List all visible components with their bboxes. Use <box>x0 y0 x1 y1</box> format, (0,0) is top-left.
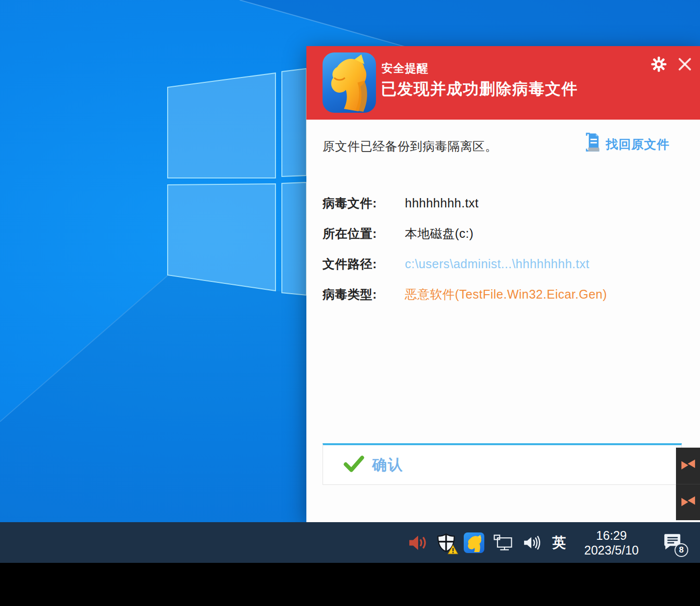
detail-value-file-path: c:\users\administ...\hhhhhhhh.txt <box>405 257 589 271</box>
system-tray: 英 16:29 2023/5/10 8 <box>408 522 682 563</box>
dialog-app-label: 安全提醒 <box>381 61 428 76</box>
detail-row: 所在位置: 本地磁盘(c:) <box>323 218 685 249</box>
detail-value: hhhhhhhh.txt <box>405 196 479 210</box>
warning-triangle-icon <box>448 545 458 555</box>
duba-leopard-icon <box>323 52 376 113</box>
taskbar-clock[interactable]: 16:29 2023/5/10 <box>584 528 639 557</box>
virus-details: 病毒文件: hhhhhhhh.txt 所在位置: 本地磁盘(c:) 文件路径: … <box>323 188 685 309</box>
check-icon <box>344 455 364 475</box>
restore-document-icon <box>584 132 602 156</box>
detail-label: 病毒文件: <box>323 195 405 211</box>
dialog-header: 安全提醒 已发现并成功删除病毒文件 <box>306 46 700 120</box>
detail-label: 病毒类型: <box>323 286 405 303</box>
dialog-title: 已发现并成功删除病毒文件 <box>381 78 578 100</box>
network-icon[interactable] <box>493 533 514 552</box>
notification-count-badge: 8 <box>675 543 688 557</box>
bigant-icon <box>680 494 696 511</box>
clock-date: 2023/5/10 <box>584 543 639 557</box>
detail-label: 文件路径: <box>323 256 405 272</box>
audio-alert-icon[interactable] <box>408 534 428 552</box>
volume-icon[interactable] <box>523 534 542 552</box>
input-language-indicator[interactable]: 英 <box>550 533 568 552</box>
settings-gear-icon[interactable] <box>651 56 667 72</box>
confirm-button-label: 确认 <box>372 455 403 475</box>
security-alert-dialog: 安全提醒 已发现并成功删除病毒文件 <box>306 46 700 522</box>
notification-center-button[interactable]: 8 <box>662 532 682 553</box>
detail-value: 本地磁盘(c:) <box>405 226 474 242</box>
messenger-shortcut-button[interactable] <box>676 448 700 484</box>
taskbar: 英 16:29 2023/5/10 8 <box>0 522 700 563</box>
side-shortcut-stack <box>676 448 700 520</box>
detail-row: 病毒文件: hhhhhhhh.txt <box>323 188 685 218</box>
detail-label: 所在位置: <box>323 226 405 242</box>
duba-tray-icon[interactable] <box>464 532 484 553</box>
restore-link-label: 找回原文件 <box>606 136 670 152</box>
detail-row: 病毒类型: 恶意软件(TestFile.Win32.Eicar.Gen) <box>323 279 685 309</box>
backup-notice-text: 原文件已经备份到病毒隔离区。 <box>323 138 498 154</box>
messenger-shortcut-button[interactable] <box>676 484 700 520</box>
close-icon[interactable] <box>677 56 693 72</box>
confirm-button[interactable]: 确认 <box>323 443 682 485</box>
detail-row: 文件路径: c:\users\administ...\hhhhhhhh.txt <box>323 249 685 279</box>
clock-time: 16:29 <box>596 528 627 543</box>
defender-shield-warning-icon[interactable] <box>437 533 455 553</box>
detail-value-virus-type: 恶意软件(TestFile.Win32.Eicar.Gen) <box>405 286 607 303</box>
screen: 安全提醒 已发现并成功删除病毒文件 <box>0 0 700 606</box>
restore-file-link[interactable]: 找回原文件 <box>584 132 670 156</box>
bigant-icon <box>680 457 696 475</box>
